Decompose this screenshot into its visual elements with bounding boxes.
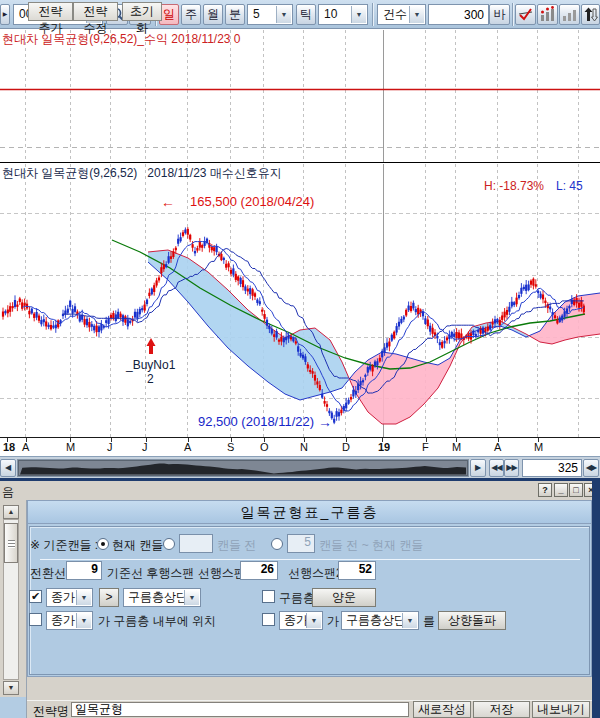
leading-span2-input[interactable]: 52 bbox=[338, 561, 376, 580]
visible-bars-input[interactable] bbox=[522, 459, 582, 477]
axis-tick bbox=[26, 438, 27, 442]
bars-red-dots-icon bbox=[539, 6, 556, 23]
axis-tick bbox=[231, 438, 232, 442]
minimize-button[interactable]: _ bbox=[554, 483, 568, 497]
candle bbox=[9, 303, 11, 317]
breakout-button[interactable]: 상향돌파 bbox=[438, 611, 506, 630]
axis-label: 19 bbox=[378, 441, 390, 453]
signal-bars-button[interactable] bbox=[537, 4, 558, 25]
profit-subchart-canvas[interactable] bbox=[0, 29, 600, 163]
tick-count-combo[interactable]: 10 ▼ bbox=[318, 4, 368, 25]
candle bbox=[38, 314, 40, 324]
strategy-reset-tab[interactable]: 초기화 bbox=[122, 2, 162, 21]
grip-icon bbox=[8, 540, 15, 548]
main-chart-canvas[interactable]: ←165,500 (2018/04/24)92,500 (2018/11/22)… bbox=[0, 163, 600, 437]
cond1-checkbox[interactable]: ✔ bbox=[29, 590, 42, 603]
period-day-button[interactable]: 일 bbox=[159, 4, 179, 25]
candle bbox=[12, 302, 14, 311]
chevron-down-icon[interactable]: ▼ bbox=[276, 6, 291, 23]
scroll-fast-forward-button[interactable]: ▶▶ bbox=[504, 459, 519, 477]
axis-label: A bbox=[184, 441, 191, 453]
period-month-button[interactable]: 월 bbox=[203, 4, 223, 25]
scroll-left-button[interactable]: ◀ bbox=[0, 459, 16, 477]
candle bbox=[528, 281, 530, 292]
period-minute-button[interactable]: 분 bbox=[225, 4, 245, 25]
cond3-target-combo[interactable]: 구름층상단 ▼ bbox=[341, 611, 419, 630]
maximize-button[interactable]: □ bbox=[569, 483, 583, 497]
save-button[interactable]: 저장 bbox=[473, 701, 530, 718]
high-change-label: H: -18.73% bbox=[484, 179, 544, 193]
candle bbox=[336, 408, 338, 421]
candle bbox=[422, 309, 424, 320]
axis-label: N bbox=[300, 441, 308, 453]
chevron-down-icon[interactable]: ▼ bbox=[184, 590, 199, 605]
tick-button[interactable]: 틱 bbox=[296, 4, 316, 25]
cond1-operator-button[interactable]: > bbox=[99, 588, 119, 607]
dialog-divider bbox=[40, 559, 580, 560]
conversion-line-input[interactable]: 9 bbox=[66, 561, 102, 580]
chevron-down-icon[interactable]: ▼ bbox=[76, 590, 91, 605]
radio-candle-range[interactable] bbox=[271, 538, 283, 550]
n-candles-ago-input[interactable] bbox=[179, 534, 213, 553]
axis-label: M bbox=[534, 441, 543, 453]
strategy-edit-tab[interactable]: 전략수정 bbox=[73, 2, 118, 21]
period-week-button[interactable]: 주 bbox=[181, 4, 201, 25]
candle bbox=[201, 244, 203, 252]
cond3-checkbox[interactable] bbox=[262, 613, 275, 626]
export-button[interactable]: 내보내기 bbox=[532, 701, 590, 718]
candle bbox=[261, 307, 263, 316]
help-button[interactable]: ? bbox=[538, 483, 552, 497]
sidebar-scroll-up-button[interactable]: ▲ bbox=[3, 505, 19, 519]
chart-style-check-button[interactable] bbox=[515, 4, 536, 25]
candle bbox=[48, 322, 50, 329]
new-strategy-button[interactable]: 새로작성 bbox=[413, 701, 471, 718]
cloud-type-button[interactable]: 양운 bbox=[312, 588, 376, 607]
cloud-checkbox[interactable] bbox=[262, 590, 275, 603]
candle bbox=[403, 315, 405, 322]
radio-n-candles-ago[interactable] bbox=[163, 538, 175, 550]
chevron-down-icon[interactable]: ▼ bbox=[351, 6, 366, 23]
strategy-add-tab[interactable]: 전략추가 bbox=[28, 2, 73, 21]
sort-order-button[interactable] bbox=[581, 4, 600, 25]
axis-label: J bbox=[142, 441, 148, 453]
cond3-field-combo[interactable]: 종가 ▼ bbox=[279, 611, 323, 630]
candle bbox=[391, 333, 393, 342]
radio-dot bbox=[101, 542, 105, 546]
chevron-down-icon[interactable]: ▼ bbox=[402, 613, 417, 628]
candle bbox=[74, 303, 76, 313]
cond1-target-value: 구름층상단 bbox=[128, 590, 188, 604]
cond2-checkbox[interactable] bbox=[29, 613, 42, 626]
scroll-track[interactable] bbox=[17, 459, 469, 477]
scroll-right-button[interactable]: ▶ bbox=[470, 459, 486, 477]
sidebar-bottom-corner bbox=[0, 697, 27, 718]
axis-label: O bbox=[260, 441, 269, 453]
candle bbox=[388, 338, 390, 351]
minute-count-combo[interactable]: 5 ▼ bbox=[247, 4, 293, 25]
radio-current-candle[interactable] bbox=[97, 538, 109, 550]
bar-unit-button[interactable]: 바 bbox=[489, 4, 510, 25]
strategy-name-input[interactable] bbox=[71, 702, 409, 717]
candle bbox=[525, 280, 527, 294]
radio-current-candle-label: 현재 캔들 bbox=[112, 537, 163, 554]
candle bbox=[199, 238, 201, 250]
cond1-target-combo[interactable]: 구름층상단 ▼ bbox=[123, 588, 201, 607]
scroll-thumb-minimap[interactable] bbox=[18, 460, 468, 476]
sidebar-scroll-thumb[interactable] bbox=[4, 523, 18, 563]
scroll-fast-back-button[interactable]: ◀◀ bbox=[489, 459, 504, 477]
count-type-combo[interactable]: 건수 ▼ bbox=[377, 4, 426, 25]
volume-bars-button[interactable] bbox=[559, 4, 580, 25]
chevron-down-icon[interactable]: ▼ bbox=[409, 6, 424, 23]
sidebar-scroll-down-button[interactable]: ▼ bbox=[3, 681, 19, 695]
cond2-field-combo[interactable]: 종가 ▼ bbox=[46, 611, 93, 630]
candle bbox=[148, 288, 150, 298]
axis-label: S bbox=[227, 441, 234, 453]
cond1-field-combo[interactable]: 종가 ▼ bbox=[46, 588, 93, 607]
bars-spinner[interactable]: ◀▶ bbox=[583, 459, 599, 477]
bar-count-input[interactable] bbox=[428, 4, 489, 25]
candle-range-input[interactable]: 5 bbox=[287, 534, 315, 553]
collapse-panel-button[interactable]: ▶ bbox=[0, 4, 10, 25]
leading-span1-input[interactable]: 26 bbox=[240, 561, 278, 580]
chevron-down-icon[interactable]: ▼ bbox=[76, 613, 91, 628]
axis-tick bbox=[264, 438, 265, 442]
chevron-down-icon[interactable]: ▼ bbox=[306, 613, 321, 628]
